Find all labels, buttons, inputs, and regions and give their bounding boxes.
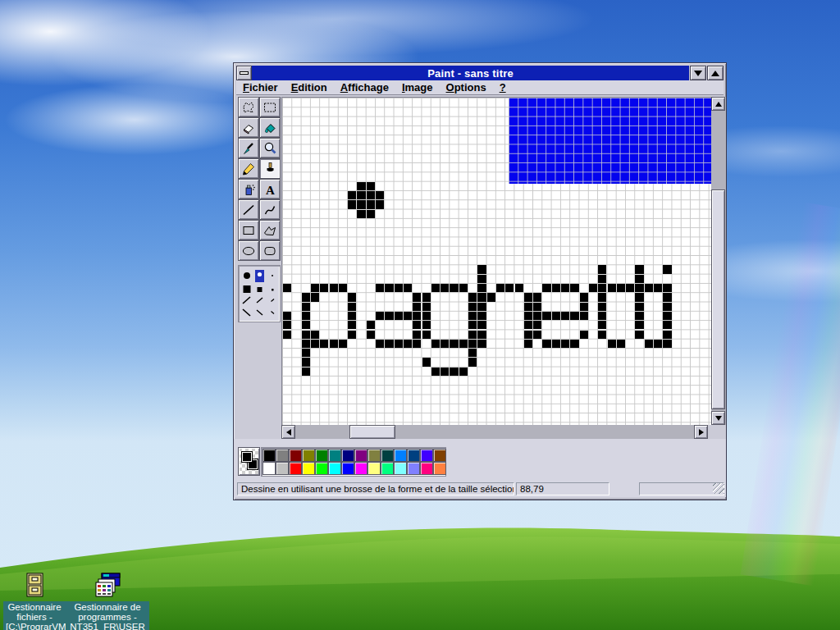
color-swatch[interactable] <box>354 462 368 475</box>
menu-item-options[interactable]: Options <box>440 80 493 95</box>
minimize-button[interactable] <box>690 66 706 80</box>
color-swatch[interactable] <box>315 462 328 475</box>
pixel-letter-i <box>663 321 671 329</box>
menu-item-fichier[interactable]: Fichier <box>236 80 285 95</box>
scroll-up-button[interactable] <box>711 97 725 111</box>
pixel-letter-g <box>468 293 477 301</box>
maximize-button[interactable] <box>707 66 724 80</box>
tool-pick-color-button[interactable] <box>238 138 259 158</box>
scroll-down-button[interactable] <box>711 411 725 425</box>
color-swatch[interactable] <box>381 462 394 475</box>
pixel-letter-e <box>542 284 550 292</box>
pixel-s-fragment <box>283 331 291 339</box>
color-swatch[interactable] <box>341 449 354 462</box>
tool-pencil-button[interactable] <box>238 158 259 179</box>
resize-grip[interactable] <box>713 483 724 494</box>
vertical-scrollbar[interactable] <box>711 97 726 425</box>
tool-magnifier-button[interactable] <box>259 138 281 158</box>
pixel-letter-e <box>552 340 560 348</box>
color-swatch[interactable] <box>289 449 302 462</box>
horizontal-scrollbar[interactable] <box>281 425 708 439</box>
tool-free-form-select-button[interactable] <box>238 97 259 117</box>
color-swatch[interactable] <box>262 462 276 475</box>
brush-shape-selector[interactable] <box>238 265 281 322</box>
paint-canvas[interactable] <box>281 97 711 425</box>
tool-airbrush-button[interactable] <box>238 179 259 199</box>
color-swatch[interactable] <box>289 462 302 475</box>
tool-select-button[interactable] <box>259 97 281 117</box>
tool-text-button[interactable]: A <box>259 179 281 199</box>
pixel-letter-t1 <box>617 340 625 348</box>
color-swatch[interactable] <box>328 462 341 475</box>
color-swatch[interactable] <box>407 449 420 462</box>
pixel-letter-t1 <box>598 331 606 339</box>
pixel-letter-t1 <box>608 340 616 348</box>
pixel-letter-g <box>431 368 440 376</box>
pixel-letter-g <box>468 340 477 348</box>
vertical-scroll-thumb[interactable] <box>711 189 725 409</box>
color-swatch[interactable] <box>420 462 433 475</box>
color-swatch[interactable] <box>276 449 289 462</box>
tool-line-button[interactable] <box>238 199 259 220</box>
desktop-icon-program-manager[interactable]: Gestionnaire de programmes - NT351_FR\US… <box>66 572 149 630</box>
color-swatch[interactable] <box>262 449 276 462</box>
pixel-letter-g <box>468 321 477 329</box>
color-swatch[interactable] <box>394 449 407 462</box>
pixel-letter-a <box>367 331 375 339</box>
menu-item-?[interactable]: ? <box>493 80 513 95</box>
horizontal-scroll-thumb[interactable] <box>349 425 395 439</box>
pixel-letter-g <box>422 303 431 311</box>
color-swatch[interactable] <box>407 462 420 475</box>
pixel-letter-e <box>580 331 588 339</box>
brush-shapes-icon <box>240 268 278 319</box>
color-swatch[interactable] <box>302 449 315 462</box>
menu-item-image[interactable]: Image <box>395 80 440 95</box>
pixel-letter-g <box>441 368 449 376</box>
icon-label: Gestionnaire fichiers - [C:\PrograrVM <box>3 601 66 630</box>
system-menu-button[interactable] <box>236 66 252 80</box>
color-swatch[interactable] <box>302 462 315 475</box>
menu-item-edition[interactable]: Edition <box>285 80 334 95</box>
scroll-left-button[interactable] <box>281 425 295 439</box>
pixel-letter-g <box>468 303 477 311</box>
pixel-letter-g <box>422 312 431 320</box>
tool-brush-button[interactable] <box>259 158 281 179</box>
menu-item-affichage[interactable]: Affichage <box>334 80 395 95</box>
scroll-right-button[interactable] <box>694 425 708 439</box>
pixel-brush-blob <box>376 191 384 199</box>
color-swatch[interactable] <box>315 449 328 462</box>
pixel-brush-blob <box>357 200 365 208</box>
pixel-letter-e <box>570 284 578 292</box>
pixel-letter-t2 <box>635 312 643 320</box>
color-swatch[interactable] <box>433 462 446 475</box>
color-swatch[interactable] <box>368 449 381 462</box>
tool-ellipse-button[interactable] <box>238 240 259 261</box>
desktop-icon-file-manager[interactable]: Gestionnaire fichiers - [C:\PrograrVM <box>3 572 66 630</box>
tool-eraser-button[interactable] <box>238 117 259 138</box>
color-swatch[interactable] <box>276 462 289 475</box>
pixel-s-fragment <box>283 284 291 292</box>
pixel-letter-e <box>580 303 588 311</box>
color-swatch[interactable] <box>354 449 368 462</box>
color-swatch[interactable] <box>420 449 433 462</box>
pixel-letter-i <box>663 340 671 348</box>
pixel-letter-e <box>533 321 541 329</box>
tool-fill-button[interactable] <box>259 117 281 138</box>
pixel-letter-h <box>477 265 486 273</box>
color-swatch[interactable] <box>433 449 446 462</box>
tool-rectangle-button[interactable] <box>238 220 259 240</box>
color-swatch[interactable] <box>328 449 341 462</box>
color-swatch[interactable] <box>394 462 407 475</box>
pixel-letter-p <box>302 303 310 311</box>
tool-polygon-button[interactable] <box>259 220 281 240</box>
tool-rounded-rectangle-button[interactable] <box>259 240 281 261</box>
status-extra-panel <box>639 482 724 495</box>
tool-curve-button[interactable] <box>259 199 281 220</box>
pixel-letter-p <box>302 349 310 357</box>
arrow-right-icon <box>699 429 704 436</box>
pixel-letter-g <box>450 340 458 348</box>
fill-icon <box>262 121 277 135</box>
color-swatch[interactable] <box>381 449 394 462</box>
color-swatch[interactable] <box>368 462 381 475</box>
color-swatch[interactable] <box>341 462 354 475</box>
